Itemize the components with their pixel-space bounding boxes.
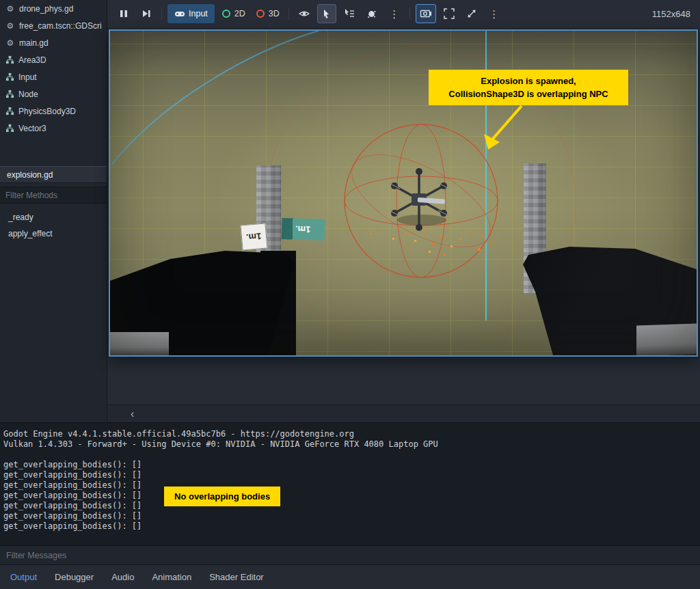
gdscript-icon: ⚙ [5, 21, 15, 31]
console-annotation-box: No overlapping bodies [164, 487, 280, 506]
viewport-resolution: 1152x648 [652, 9, 693, 19]
selection-mask-button[interactable] [362, 4, 381, 23]
filter-messages-bar [0, 545, 700, 564]
doc-list-item-vector3[interactable]: Vector3 [0, 120, 107, 137]
cursor-list-icon [344, 8, 355, 19]
sign-label: 1m. [295, 224, 311, 235]
selection-options-menu[interactable]: ⋮ [385, 4, 404, 23]
class-doc-icon [5, 72, 14, 81]
game-panel-menu[interactable]: ⋮ [485, 4, 504, 23]
class-doc-icon [5, 90, 14, 98]
doc-list-item-input[interactable]: Input [0, 68, 107, 85]
console-line: get_overlapping_bodies(): [] [3, 491, 700, 501]
console-line: get_overlapping_bodies(): [] [3, 480, 700, 491]
script-list-item-free-cam[interactable]: ⚙ free_cam.tscn::GDScri [0, 17, 107, 34]
console-line: Godot Engine v4.4.1.stable.official.49a5… [3, 429, 700, 439]
script-panel: ⚙ drone_phys.gd ⚙ free_cam.tscn::GDScri … [0, 0, 107, 422]
console-line: get_overlapping_bodies(): [] [3, 460, 700, 470]
tab-debugger[interactable]: Debugger [46, 565, 103, 589]
annotation-arrow [479, 103, 527, 156]
embed-game-button[interactable] [440, 4, 459, 23]
camera-3d-label: 3D [269, 9, 280, 18]
visibility-button[interactable] [295, 4, 314, 23]
tab-output[interactable]: Output [1, 565, 46, 589]
circle-3d-icon [256, 9, 265, 18]
console-line: get_overlapping_bodies(): [] [3, 521, 700, 532]
class-doc-icon [5, 124, 14, 133]
game-panel: 1m. 1m. Explosion is spawned, CollisionS… [107, 27, 700, 405]
output-console: Godot Engine v4.4.1.stable.official.49a5… [0, 422, 700, 545]
gdscript-icon: ⚙ [5, 38, 15, 48]
cockpit-slab-left [110, 332, 169, 355]
class-name: Input [18, 72, 37, 82]
script-list-item-main[interactable]: ⚙ main.gd [0, 34, 107, 51]
console-line [3, 450, 700, 460]
editor-bottom-strip: ‹ [107, 405, 700, 422]
tab-audio[interactable]: Audio [103, 565, 143, 589]
tab-shader-editor[interactable]: Shader Editor [200, 565, 273, 589]
camera-2d-label: 2D [234, 9, 245, 18]
select-mode-button[interactable] [317, 4, 336, 23]
eye-icon [299, 8, 310, 19]
select-list-mode-button[interactable] [340, 4, 359, 23]
filter-methods-input[interactable] [0, 187, 107, 204]
class-name: Area3D [18, 55, 46, 65]
sign-label: 1m. [246, 231, 262, 243]
script-list-spacer [0, 137, 107, 166]
input-routing-toggle[interactable]: Input [167, 4, 215, 23]
paint-blob-icon [366, 9, 377, 19]
viewport-annotation-box: Explosion is spawned, CollisionShape3D i… [429, 70, 628, 105]
annotation-line-1: Explosion is spawned, [431, 74, 625, 87]
camera-override-button[interactable] [416, 4, 436, 23]
method-item-ready[interactable]: _ready [0, 209, 107, 225]
make-floating-button[interactable] [462, 4, 481, 23]
method-item-apply-effect[interactable]: apply_effect [0, 225, 107, 242]
toolbar-separator [161, 8, 162, 20]
game-panel-toolbar: Input 2D 3D [107, 0, 700, 27]
script-list-item-drone-phys[interactable]: ⚙ drone_phys.gd [0, 0, 107, 17]
class-name: Vector3 [18, 124, 46, 133]
input-toggle-label: Input [189, 9, 208, 18]
script-name: free_cam.tscn::GDScri [19, 21, 102, 31]
expand-diagonal-icon [466, 8, 477, 19]
pause-icon [119, 9, 129, 18]
distance-sign-right: 1m. [281, 218, 325, 241]
game-viewport-window: 1m. 1m. Explosion is spawned, CollisionS… [109, 29, 698, 357]
collapse-scripts-panel-button[interactable]: ‹ [107, 406, 134, 422]
class-name: PhysicsBody3D [18, 107, 76, 116]
distance-sign-left: 1m. [240, 223, 267, 250]
console-line: get_overlapping_bodies(): [] [3, 511, 700, 521]
next-frame-icon [142, 9, 151, 18]
bottom-panel-tabs: Output Debugger Audio Animation Shader E… [0, 564, 700, 589]
doc-list-item-area3d[interactable]: Area3D [0, 51, 107, 68]
game-viewport[interactable]: 1m. 1m. Explosion is spawned, CollisionS… [110, 31, 697, 355]
script-name: drone_phys.gd [19, 4, 73, 14]
next-frame-button[interactable] [137, 4, 156, 23]
class-doc-icon [5, 107, 14, 115]
circle-2d-icon [221, 9, 231, 18]
console-line: get_overlapping_bodies(): [] [3, 501, 700, 511]
cursor-icon [321, 9, 332, 19]
ellipsis-icon: ⋮ [489, 9, 499, 19]
console-line: get_overlapping_bodies(): [] [3, 470, 700, 480]
filter-messages-input[interactable] [0, 545, 700, 564]
pause-button[interactable] [114, 4, 133, 23]
toolbar-separator [288, 8, 289, 20]
camera-override-icon [420, 8, 432, 19]
doc-list-item-node[interactable]: Node [0, 85, 107, 102]
gamepad-icon [174, 8, 185, 19]
console-line: Vulkan 1.4.303 - Forward+ - Using Device… [3, 439, 700, 450]
gdscript-icon: ⚙ [5, 4, 15, 14]
class-name: Node [18, 90, 38, 99]
tab-animation[interactable]: Animation [143, 565, 200, 589]
camera-2d-button[interactable]: 2D [218, 4, 249, 23]
script-name: main.gd [19, 38, 49, 48]
current-script-name: explosion.gd [7, 170, 53, 180]
camera-3d-button[interactable]: 3D [252, 4, 283, 23]
ellipsis-icon: ⋮ [389, 9, 399, 19]
toolbar-separator [409, 8, 410, 20]
current-script-row[interactable]: explosion.gd [0, 166, 107, 183]
class-doc-icon [5, 55, 14, 64]
doc-list-item-physicsbody3d[interactable]: PhysicsBody3D [0, 102, 107, 120]
annotation-line-2: CollisionShape3D is overlapping NPC [431, 87, 625, 100]
